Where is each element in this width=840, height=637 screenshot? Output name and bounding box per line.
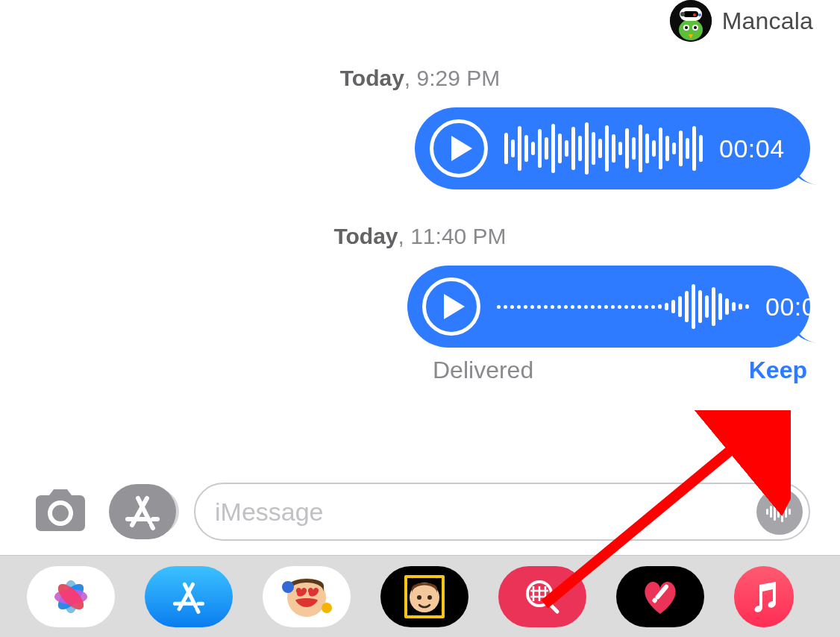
record-audio-button[interactable]: [756, 489, 803, 535]
message-status-row: Delivered Keep: [30, 357, 810, 384]
svg-line-49: [548, 603, 557, 612]
svg-point-46: [417, 595, 421, 600]
svg-rect-18: [770, 506, 772, 518]
game-pigeon-icon: [670, 0, 712, 42]
waveform: [504, 122, 703, 175]
message-input[interactable]: [215, 498, 756, 527]
svg-rect-17: [766, 509, 768, 515]
app-hashtag-images[interactable]: [498, 566, 586, 627]
app-digital-touch[interactable]: [616, 566, 704, 627]
timestamp: Today, 11:40 PM: [30, 224, 810, 249]
game-pigeon-label: Mancala: [722, 7, 813, 35]
app-store-button[interactable]: [109, 484, 176, 539]
app-photos[interactable]: [27, 566, 115, 627]
timestamp-sep: ,: [404, 66, 417, 90]
compose-bar: [30, 480, 810, 544]
app-memoji[interactable]: [263, 566, 351, 627]
play-button[interactable]: [422, 277, 480, 336]
svg-rect-23: [789, 509, 791, 515]
audio-duration: 00:04: [719, 134, 785, 163]
imessage-app-strip[interactable]: [0, 555, 840, 637]
svg-line-16: [151, 525, 153, 528]
timestamp-sep: ,: [398, 224, 411, 248]
keep-button[interactable]: Keep: [749, 357, 807, 384]
svg-line-36: [197, 609, 198, 612]
app-animoji[interactable]: [380, 566, 468, 627]
audio-message-bubble[interactable]: 00:05: [407, 266, 810, 348]
svg-point-9: [685, 26, 688, 29]
svg-point-10: [694, 26, 697, 29]
game-pigeon-chip[interactable]: Mancala: [670, 0, 813, 42]
message-input-wrap: [194, 483, 810, 541]
svg-rect-22: [785, 506, 787, 518]
svg-rect-21: [781, 501, 783, 522]
timestamp: Today, 9:29 PM: [30, 66, 810, 91]
svg-point-5: [693, 13, 696, 16]
app-store[interactable]: [145, 566, 233, 627]
conversation-view: Today, 9:29 PM 00:04 Today, 11:40 PM 00:…: [0, 43, 840, 474]
waveform: [497, 280, 749, 333]
audio-duration: 00:05: [765, 292, 831, 321]
svg-point-47: [427, 595, 432, 600]
svg-rect-3: [683, 11, 698, 17]
svg-rect-20: [777, 506, 780, 518]
delivered-label: Delivered: [30, 357, 749, 384]
camera-button[interactable]: [30, 489, 91, 535]
svg-rect-4: [680, 12, 685, 16]
app-music[interactable]: [734, 566, 794, 627]
play-button[interactable]: [430, 119, 488, 178]
svg-rect-19: [774, 503, 776, 521]
svg-point-38: [282, 581, 294, 593]
audio-message-bubble[interactable]: 00:04: [415, 107, 810, 189]
svg-point-6: [698, 13, 701, 16]
svg-point-39: [322, 603, 332, 613]
